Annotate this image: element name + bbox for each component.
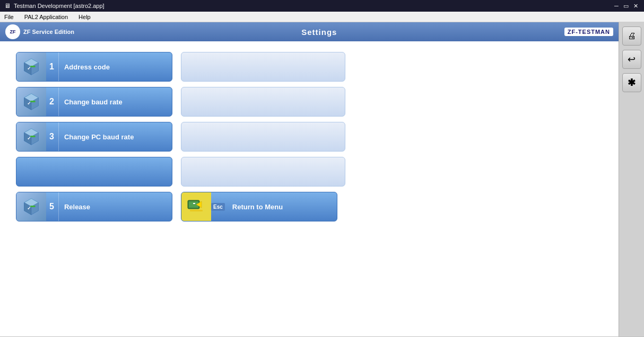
back-button[interactable]: ↩: [622, 50, 641, 69]
right-sidebar: 🖨 ↩ ✱: [619, 22, 644, 336]
page-title: Settings: [301, 28, 337, 37]
menu-help[interactable]: Help: [76, 13, 93, 21]
menu-row-4: [16, 157, 603, 187]
header-bar: ZF ZF Service Edition Settings ZF-TESTMA…: [0, 22, 619, 41]
info-box-3: [181, 122, 345, 152]
return-icon: [186, 196, 207, 217]
main-content: ZF ZF Service Edition Settings ZF-TESTMA…: [0, 22, 619, 336]
svg-rect-5: [30, 66, 36, 67]
esc-badge: Esc: [211, 203, 225, 211]
app-container: ZF ZF Service Edition Settings ZF-TESTMA…: [0, 22, 644, 336]
menu-row-2: ✓ 2 Change baud rate: [16, 87, 603, 117]
svg-rect-28: [190, 210, 203, 211]
asterisk-button[interactable]: ✱: [622, 73, 641, 92]
print-icon: 🖨: [628, 31, 636, 41]
return-btn-label: Return to Menu: [227, 203, 337, 211]
svg-rect-11: [30, 101, 36, 102]
content-area: ✓ 1 Address code: [0, 41, 619, 336]
testman-logo: ZF-TESTMAN: [564, 28, 613, 36]
cube-icon-3: ✓: [21, 127, 41, 147]
minimize-button[interactable]: ─: [612, 2, 621, 10]
brand-label: ZF Service Edition: [23, 29, 74, 35]
button-3-number: 3: [46, 122, 59, 151]
cube-icon-5: ✓: [21, 197, 41, 217]
button-3-label: Change PC baud rate: [59, 133, 172, 141]
button-1-label: Address code: [59, 63, 172, 71]
button-release[interactable]: ✓ 5 Release: [16, 192, 172, 221]
button-5-icon-wrapper: ✓: [16, 192, 46, 221]
button-1-icon-wrapper: ✓: [16, 52, 46, 82]
zf-logo: ZF: [5, 24, 20, 39]
app-icon: 🖥: [4, 2, 11, 10]
window-title: Testman Development [astro2.app]: [14, 3, 105, 9]
title-bar: 🖥 Testman Development [astro2.app] ─ ▭ ✕: [0, 0, 644, 12]
header-brand: ZF ZF Service Edition: [5, 24, 74, 39]
button-5-label: Release: [59, 203, 172, 211]
svg-rect-17: [30, 136, 36, 137]
svg-rect-23: [30, 206, 36, 207]
window-controls: ─ ▭ ✕: [612, 2, 640, 10]
button-return-to-menu[interactable]: Esc Return to Menu: [181, 192, 337, 221]
button-change-pc-baud-rate[interactable]: ✓ 3 Change PC baud rate: [16, 122, 172, 152]
svg-rect-27: [193, 203, 195, 204]
menu-row-3: ✓ 3 Change PC baud rate: [16, 122, 603, 152]
menu-bar: File PAL2 Application Help: [0, 12, 644, 22]
button-3-icon-wrapper: ✓: [16, 122, 46, 152]
menu-pal2[interactable]: PAL2 Application: [22, 13, 70, 21]
info-box-2: [181, 87, 345, 117]
cube-icon-1: ✓: [21, 57, 41, 77]
close-button[interactable]: ✕: [631, 2, 640, 10]
asterisk-icon: ✱: [628, 77, 636, 88]
button-address-code[interactable]: ✓ 1 Address code: [16, 52, 172, 82]
menu-file[interactable]: File: [2, 13, 16, 21]
button-2-number: 2: [46, 87, 59, 116]
button-1-number: 1: [46, 52, 59, 81]
maximize-button[interactable]: ▭: [622, 2, 630, 10]
back-icon: ↩: [628, 54, 636, 65]
print-button[interactable]: 🖨: [622, 26, 641, 46]
menu-row-1: ✓ 1 Address code: [16, 52, 603, 82]
button-2-label: Change baud rate: [59, 98, 172, 106]
button-change-baud-rate[interactable]: ✓ 2 Change baud rate: [16, 87, 172, 117]
button-4-empty[interactable]: [16, 157, 172, 187]
menu-row-5: ✓ 5 Release: [16, 192, 603, 221]
info-box-4: [181, 157, 345, 187]
info-box-1: [181, 52, 345, 82]
button-5-number: 5: [46, 192, 59, 221]
button-2-icon-wrapper: ✓: [16, 87, 46, 117]
cube-icon-2: ✓: [21, 92, 41, 112]
return-icon-wrapper: [181, 192, 211, 221]
